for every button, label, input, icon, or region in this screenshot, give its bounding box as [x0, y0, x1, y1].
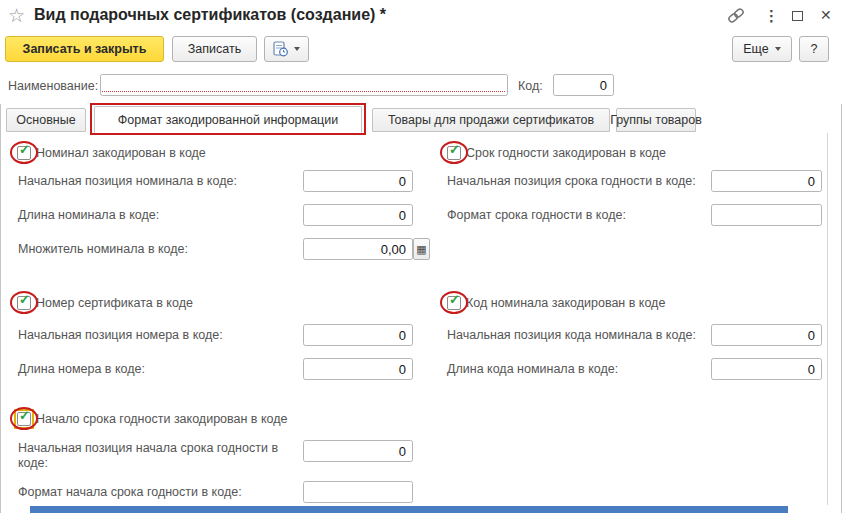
check-icon: ✓: [19, 409, 30, 423]
content-right-border: [827, 133, 828, 505]
tab-label: Основные: [16, 113, 75, 127]
name-input[interactable]: [100, 74, 508, 96]
more-button[interactable]: Еще: [732, 36, 792, 62]
save-button[interactable]: Записать: [172, 36, 257, 62]
nominal-length-input[interactable]: [303, 204, 413, 226]
field-label: Формат срока годности в коде:: [447, 208, 626, 223]
nominal-code-start-position-input[interactable]: [711, 324, 822, 346]
tab-label: Товары для продажи сертификатов: [388, 113, 594, 127]
tab-groups[interactable]: Группы товаров: [616, 108, 696, 132]
page-title: Вид подарочных сертификатов (создание) *: [34, 6, 386, 24]
certificate-number-checkbox-label[interactable]: Номер сертификата в коде: [36, 296, 193, 311]
save-and-close-label: Записать и закрыть: [23, 42, 147, 56]
code-input[interactable]: [553, 74, 614, 96]
document-clock-icon: [273, 41, 288, 57]
tab-main[interactable]: Основные: [6, 108, 86, 132]
code-field-label: Код:: [518, 79, 543, 94]
tab-format[interactable]: Формат закодированной информации: [94, 106, 362, 133]
validity-start-position-input[interactable]: [303, 440, 413, 462]
validity-start-position-in-code-input[interactable]: [711, 170, 822, 192]
field-label: Начальная позиция номера в коде:: [18, 328, 223, 343]
field-label: Начальная позиция кода номинала в коде:: [447, 328, 696, 343]
favorite-star-icon[interactable]: ☆: [8, 4, 25, 27]
dropdown-caret-icon: [294, 47, 300, 51]
bottom-edge-bar: [30, 506, 788, 513]
check-icon: ✓: [449, 293, 460, 307]
help-label: ?: [811, 42, 818, 56]
save-options-button[interactable]: [264, 36, 309, 62]
nominal-code-encoded-checkbox-label[interactable]: Код номинала закодирован в коде: [466, 296, 665, 311]
field-label: Начальная позиция начала срока годности …: [18, 441, 303, 471]
validity-start-encoded-checkbox[interactable]: ✓: [17, 412, 31, 426]
close-icon[interactable]: ✕: [820, 7, 832, 23]
dropdown-caret-icon: [775, 47, 781, 51]
kebab-menu-icon[interactable]: ⋮: [764, 7, 779, 25]
maximize-icon[interactable]: [792, 11, 803, 21]
validity-start-format-input[interactable]: [303, 481, 413, 503]
field-label: Длина номинала в коде:: [18, 208, 159, 223]
certificate-number-checkbox[interactable]: ✓: [17, 296, 31, 310]
field-label: Начальная позиция номинала в коде:: [18, 174, 237, 189]
nominal-encoded-checkbox-label[interactable]: Номинал закодирован в коде: [36, 146, 206, 161]
field-label: Начальная позиция срока годности в коде:: [447, 174, 696, 189]
window-right-border: [841, 104, 842, 513]
save-and-close-button[interactable]: Записать и закрыть: [5, 36, 164, 62]
window-left-border: [0, 104, 1, 513]
nominal-multiplier-input[interactable]: [303, 238, 413, 260]
save-label: Записать: [188, 42, 241, 56]
nominal-start-position-input[interactable]: [303, 170, 413, 192]
number-length-input[interactable]: [303, 358, 413, 380]
check-icon: ✓: [19, 293, 30, 307]
validity-encoded-checkbox-label[interactable]: Срок годности закодирован в коде: [466, 146, 666, 161]
calculator-button[interactable]: ▦: [413, 238, 430, 260]
link-icon[interactable]: [727, 7, 745, 28]
tab-label: Формат закодированной информации: [118, 113, 338, 127]
name-field-label: Наименование:: [8, 79, 98, 94]
field-label: Длина кода номинала в коде:: [447, 362, 618, 377]
tab-products[interactable]: Товары для продажи сертификатов: [372, 108, 610, 132]
calculator-icon: ▦: [416, 243, 426, 256]
check-icon: ✓: [449, 143, 460, 157]
field-label: Формат начала срока годности в коде:: [18, 485, 242, 500]
field-label: Множитель номинала в коде:: [18, 242, 188, 257]
nominal-code-length-input[interactable]: [711, 358, 822, 380]
window: ☆ Вид подарочных сертификатов (создание)…: [0, 0, 844, 513]
number-start-position-input[interactable]: [303, 324, 413, 346]
validity-format-input[interactable]: [711, 204, 822, 226]
field-label: Длина номера в коде:: [18, 362, 145, 377]
more-label: Еще: [743, 42, 768, 56]
nominal-encoded-checkbox[interactable]: ✓: [17, 146, 31, 160]
nominal-code-encoded-checkbox[interactable]: ✓: [447, 296, 461, 310]
check-icon: ✓: [19, 143, 30, 157]
validity-start-encoded-checkbox-label[interactable]: Начало срока годности закодирован в коде: [36, 412, 288, 427]
help-button[interactable]: ?: [799, 36, 829, 62]
validity-encoded-checkbox[interactable]: ✓: [447, 146, 461, 160]
tab-label: Группы товаров: [610, 113, 702, 127]
